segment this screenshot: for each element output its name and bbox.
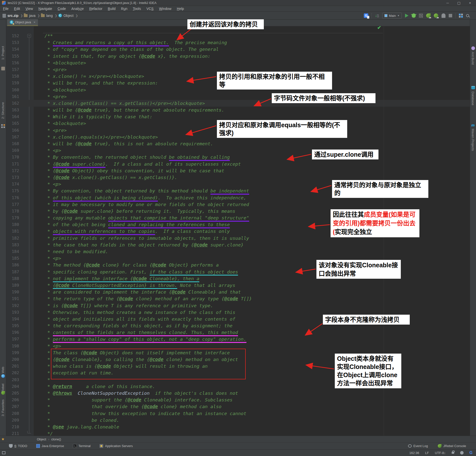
toolwindow-button-1-project[interactable]: 1: Project: [1, 46, 5, 60]
search-everywhere-icon[interactable]: [466, 14, 469, 17]
code-line-209[interactable]: 209 * be cloned.: [6, 417, 470, 424]
jrebel-debug-button[interactable]: [434, 13, 438, 18]
minimize-button[interactable]: ─: [446, 1, 449, 5]
line-number[interactable]: 208: [6, 410, 19, 417]
code-line-171[interactable]: 171 * {@code super.clone}. If a class an…: [6, 161, 470, 167]
code-line-172[interactable]: 172 * {@code Object}) obey this conventi…: [6, 167, 470, 174]
tool-button-application-servers[interactable]: Application Servers: [100, 444, 133, 448]
code-line-161[interactable]: 161 * <pre>: [6, 93, 470, 100]
run-configuration-select[interactable]: Main ▼: [382, 13, 402, 19]
code-line-192[interactable]: 192 * is {@code T[]} where T is any refe…: [6, 302, 470, 309]
line-number[interactable]: 211: [6, 430, 19, 436]
sort-lines-icon[interactable]: ↓0110: [375, 13, 379, 18]
tool-button-java-enterprise[interactable]: Java Enterprise: [36, 444, 64, 448]
close-button[interactable]: ×: [469, 1, 471, 5]
toolwindow-button-ant-build[interactable]: Ant Build: [471, 52, 475, 65]
line-number[interactable]: 181: [6, 228, 19, 235]
line-number[interactable]: 202: [6, 369, 19, 376]
menu-view[interactable]: View: [26, 7, 33, 11]
code-line-153[interactable]: 153 * Creates and returns a copy of this…: [6, 39, 470, 46]
menu-analyze[interactable]: Analyze: [71, 7, 84, 11]
line-number[interactable]: 183: [6, 242, 19, 248]
menu-window[interactable]: Window: [159, 7, 171, 11]
database-icon[interactable]: [471, 86, 475, 89]
favorites-star-icon[interactable]: ★: [1, 437, 4, 441]
line-number[interactable]: 176: [6, 194, 19, 201]
code-line-183[interactable]: 183 * the case that no fields in the obj…: [6, 242, 470, 248]
debug-button[interactable]: [412, 13, 416, 18]
line-number[interactable]: 200: [6, 356, 19, 363]
code-line-168[interactable]: 168 * will be {@code true}, this is not …: [6, 140, 470, 147]
tool-button-event-log[interactable]: Event Log: [408, 444, 428, 448]
google-icon[interactable]: G: [470, 451, 473, 455]
code-line-190[interactable]: 190 * are considered to implement the in…: [6, 289, 470, 295]
line-number[interactable]: 201: [6, 363, 19, 369]
ant-icon[interactable]: [471, 46, 475, 50]
code-line-156[interactable]: 156 * <blockquote>: [6, 60, 470, 66]
line-number[interactable]: 185: [6, 255, 19, 262]
line-number[interactable]: 187: [6, 269, 19, 275]
breadcrumb-method[interactable]: clone(): [51, 437, 61, 441]
menu-code[interactable]: Code: [58, 7, 66, 11]
tab-close-icon[interactable]: ×: [34, 20, 35, 24]
line-number[interactable]: 152: [6, 32, 19, 39]
tool-button-terminal[interactable]: >_Terminal: [73, 444, 91, 448]
caret-position[interactable]: 162:36: [409, 451, 419, 455]
profiler-icon[interactable]: [442, 13, 445, 18]
web-icon[interactable]: [1, 374, 5, 378]
line-number[interactable]: 189: [6, 282, 19, 289]
line-number[interactable]: 159: [6, 80, 19, 86]
line-number[interactable]: 191: [6, 295, 19, 302]
line-number[interactable]: 188: [6, 275, 19, 282]
toolwindow-button-database[interactable]: Database: [471, 91, 475, 105]
inspection-ok-icon[interactable]: ✔: [377, 25, 381, 30]
line-number[interactable]: 204: [6, 383, 19, 390]
line-number[interactable]: 182: [6, 235, 19, 242]
toolwindow-button-web[interactable]: Web: [1, 367, 5, 373]
line-number[interactable]: 165: [6, 120, 19, 127]
menu-navigate[interactable]: Navigate: [38, 7, 52, 11]
line-number[interactable]: 161: [6, 93, 19, 100]
line-number[interactable]: 190: [6, 289, 19, 295]
code-line-170[interactable]: 170 * By convention, the returned object…: [6, 154, 470, 160]
code-line-163[interactable]: 163 * will be {@code true}, but these ar…: [6, 107, 470, 113]
breadcrumb-object[interactable]: C Object: [58, 14, 73, 18]
menu-build[interactable]: Build: [108, 7, 115, 11]
line-number[interactable]: 195: [6, 322, 19, 329]
line-number[interactable]: 178: [6, 208, 19, 214]
line-number[interactable]: 155: [6, 53, 19, 60]
code-line-198[interactable]: 198 * <p>: [6, 343, 470, 349]
line-number[interactable]: 154: [6, 46, 19, 53]
line-number[interactable]: 158: [6, 73, 19, 80]
line-number[interactable]: 156: [6, 60, 19, 66]
line-number[interactable]: 157: [6, 66, 19, 73]
run-with-coverage-button[interactable]: [419, 14, 423, 18]
line-number[interactable]: 163: [6, 107, 19, 113]
code-line-162[interactable]: 162 * x.clone().getClass() == x.getClass…: [6, 100, 470, 107]
line-number[interactable]: 169: [6, 147, 19, 154]
menu-refactor[interactable]: Refactor: [89, 7, 102, 11]
code-line-191[interactable]: 191 * the return type of the {@code clon…: [6, 295, 470, 302]
line-number[interactable]: 164: [6, 113, 19, 120]
line-number[interactable]: 162: [6, 100, 19, 107]
line-number[interactable]: 171: [6, 161, 19, 167]
toolwindow-button-maven-projects[interactable]: Maven Projects: [471, 129, 475, 151]
line-number[interactable]: 205: [6, 390, 19, 396]
code-line-210[interactable]: 210 * @see java.lang.Cloneable: [6, 424, 470, 430]
menu-tools[interactable]: Tools: [133, 7, 141, 11]
line-number[interactable]: 193: [6, 309, 19, 316]
code-line-155[interactable]: 155 * intent is that, for any object {@c…: [6, 53, 470, 60]
menu-help[interactable]: Help: [177, 7, 184, 11]
toolwindow-button-2-structure[interactable]: 2: Structure: [1, 102, 5, 119]
jrebel-run-button[interactable]: [426, 13, 431, 18]
maximize-button[interactable]: ▢: [457, 1, 461, 5]
line-number[interactable]: 153: [6, 39, 19, 46]
line-number[interactable]: 192: [6, 302, 19, 309]
line-number[interactable]: 199: [6, 349, 19, 356]
line-number[interactable]: 173: [6, 174, 19, 181]
code-line-184[interactable]: 184 * need to be modified.: [6, 248, 470, 255]
run-button[interactable]: [405, 14, 408, 18]
line-number[interactable]: 167: [6, 134, 19, 140]
grammarly-icon[interactable]: [460, 451, 464, 455]
line-number[interactable]: 206: [6, 396, 19, 403]
